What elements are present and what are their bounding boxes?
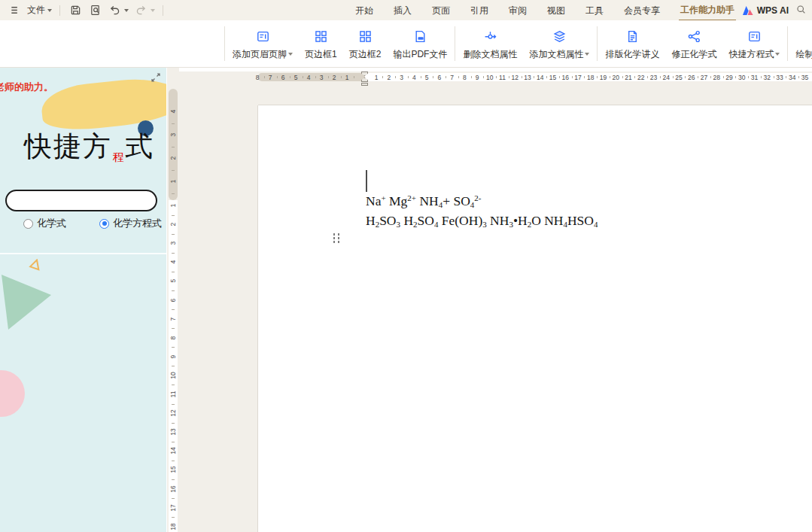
pane-title: 快捷方程式	[24, 128, 154, 166]
ruler-number: 5	[421, 74, 432, 81]
menu-tab-开始[interactable]: 开始	[354, 1, 375, 20]
ruler-number: 8	[459, 74, 470, 81]
ruler-tick	[172, 123, 175, 124]
radio-circle[interactable]	[99, 219, 109, 229]
ruler-number: 17	[169, 502, 177, 514]
ruler-number: 3	[316, 74, 327, 81]
pane-divider	[0, 253, 166, 254]
ruler-number: 21	[623, 74, 634, 81]
green-triangle-decoration	[0, 272, 54, 333]
ruler-number: 1	[169, 199, 177, 211]
ribbon-button-绘制有机结构[interactable]: 绘制有机结构	[789, 24, 812, 64]
formula-line-2[interactable]: H2SO3 H2SO4 Fe(OH)3 NH3•H2O NH4HSO4	[366, 211, 598, 230]
redo-button[interactable]	[133, 3, 155, 18]
left-indent-marker[interactable]	[361, 83, 368, 87]
ribbon-button-排版化学讲义[interactable]: 排版化学讲义	[599, 24, 665, 64]
ruler-number: 15	[548, 74, 558, 81]
undo-icon	[107, 3, 122, 18]
search-icon[interactable]	[796, 5, 806, 17]
paragraph-drag-handle-icon[interactable]	[332, 233, 341, 244]
menu-tab-视图[interactable]: 视图	[546, 1, 567, 20]
ruler-number: 24	[661, 74, 671, 81]
file-menu-label: 文件	[27, 4, 45, 17]
wps-window: 文件 开始插入页面引	[0, 0, 812, 532]
ruler-number: 9	[169, 351, 177, 363]
formula-input[interactable]	[5, 190, 157, 211]
menu-tab-插入[interactable]: 插入	[392, 1, 413, 20]
pane-collapse-icon[interactable]	[151, 72, 161, 83]
doc-text-icon	[626, 29, 639, 44]
ribbon-button-页边框1[interactable]: 页边框1	[299, 24, 343, 64]
ribbon-button-页边框2[interactable]: 页边框2	[343, 24, 388, 64]
horizontal-ruler[interactable]: 8765432112345678910111213141516171819202…	[179, 71, 812, 83]
ruler-number: 4	[169, 256, 177, 268]
ruler-number: 10	[169, 369, 177, 382]
menu-tab-页面[interactable]: 页面	[430, 1, 452, 20]
ribbon-button-输出PDF文件[interactable]: 输出PDF文件	[387, 24, 453, 64]
wps-ai-button[interactable]: WPS AI	[743, 5, 789, 16]
ruler-tick	[172, 479, 175, 480]
ruler-number: 2	[329, 74, 339, 81]
ribbon-button-修正化学式[interactable]: 修正化学式	[665, 24, 722, 64]
menu-tab-工作能力助手[interactable]: 工作能力助手	[679, 0, 736, 21]
ribbon-group: 绘制有机结构更多工具关于作者	[789, 24, 812, 64]
menu-tab-会员专享[interactable]: 会员专享	[622, 1, 661, 20]
quick-access-toolbar: 文件	[0, 3, 166, 18]
ribbon-group-divider	[455, 26, 455, 61]
chevron-down-icon	[124, 9, 129, 12]
text-cursor	[366, 170, 367, 192]
menu-bar: 文件 开始插入页面引	[0, 0, 812, 20]
radio-circle[interactable]	[23, 219, 33, 229]
pane-title-red-char: 程	[113, 150, 124, 163]
menu-tab-引用[interactable]: 引用	[469, 1, 490, 20]
menu-tab-审阅[interactable]: 审阅	[507, 1, 528, 20]
ribbon-button-删除文档属性[interactable]: 删除文档属性	[457, 24, 523, 64]
ribbon: 添加页眉页脚页边框1页边框2输出PDF文件删除文档属性添加文档属性排版化学讲义修…	[223, 20, 812, 67]
remove-node-icon	[484, 29, 497, 44]
undo-button[interactable]	[107, 3, 129, 18]
ruler-tick	[172, 290, 175, 291]
save-button[interactable]	[68, 3, 83, 18]
ruler-number: 34	[787, 74, 798, 81]
divider	[59, 5, 60, 16]
ruler-number: 25	[674, 74, 684, 81]
hamburger-menu-icon[interactable]	[8, 3, 23, 18]
ribbon-button-添加文档属性[interactable]: 添加文档属性	[523, 24, 595, 64]
ruler-number: 26	[686, 74, 697, 81]
vertical-ruler[interactable]: 4321123456789101112131415161718	[167, 68, 179, 532]
ruler-number: 8	[252, 74, 263, 81]
formula-type-radios: 化学式化学方程式	[0, 217, 166, 230]
document-page[interactable]: Na+ Mg2+ NH4+ SO42- H2SO3 H2SO4 Fe(OH)3 …	[258, 105, 812, 532]
ribbon-button-添加页眉页脚[interactable]: 添加页眉页脚	[227, 24, 299, 64]
ribbon-button-快捷方程式[interactable]: 快捷方程式	[722, 24, 786, 64]
menu-tab-工具[interactable]: 工具	[584, 1, 605, 20]
ribbon-button-label: 修正化学式	[671, 48, 716, 61]
formula-line-1[interactable]: Na+ Mg2+ NH4+ SO42-	[366, 191, 598, 211]
document-text[interactable]: Na+ Mg2+ NH4+ SO42- H2SO3 H2SO4 Fe(OH)3 …	[366, 191, 598, 230]
menubar-right: WPS AI	[743, 0, 806, 20]
file-menu[interactable]: 文件	[27, 4, 52, 17]
ribbon-row: 添加页眉页脚页边框1页边框2输出PDF文件删除文档属性添加文档属性排版化学讲义修…	[0, 20, 812, 68]
ruler-number: 33	[774, 74, 785, 81]
radio-化学式[interactable]: 化学式	[23, 217, 66, 230]
ruler-number: 32	[762, 74, 772, 81]
print-preview-button[interactable]	[87, 3, 102, 18]
ruler-number: 7	[169, 313, 177, 325]
ruler-tick	[354, 76, 354, 78]
radio-化学方程式[interactable]: 化学方程式	[99, 217, 162, 230]
ruler-tick	[172, 147, 175, 147]
ruler-number: 9	[472, 74, 482, 81]
menu-tabs: 开始插入页面引用审阅视图工具会员专享工作能力助手	[354, 0, 736, 20]
ruler-tick	[172, 193, 175, 194]
ruler-number: 6	[169, 294, 177, 306]
molecule-icon	[688, 29, 701, 44]
ruler-number: 4	[169, 105, 177, 117]
ruler-number: 12	[509, 74, 520, 81]
radio-label: 化学方程式	[113, 217, 162, 230]
ruler-number: 7	[265, 74, 275, 81]
ruler-number: 22	[636, 74, 646, 81]
divider	[163, 5, 163, 16]
ruler-number: 23	[649, 74, 659, 81]
layers-icon	[553, 29, 566, 44]
ruler-number: 18	[169, 521, 177, 532]
